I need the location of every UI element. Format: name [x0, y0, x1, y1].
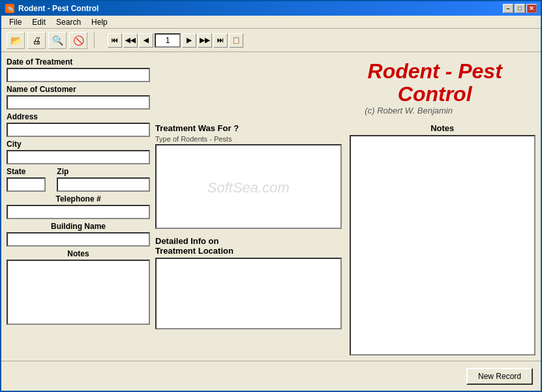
- building-name-input[interactable]: [7, 232, 150, 247]
- state-zip-row: State Zip: [7, 167, 150, 192]
- city-group: City: [7, 140, 150, 164]
- notes-column: Notes: [350, 123, 536, 355]
- nav-next-next-button[interactable]: ▶▶: [198, 33, 212, 48]
- date-of-treatment-group: Date of Treatment: [7, 57, 150, 82]
- main-window: 🐀 Rodent - Pest Control – □ ✕ File Edit …: [0, 0, 542, 392]
- address-label: Address: [7, 112, 150, 121]
- left-notes-label: Notes: [7, 249, 150, 258]
- telephone-label: Telephone #: [7, 194, 150, 204]
- menu-bar: File Edit Search Help: [1, 16, 541, 29]
- telephone-group: Telephone #: [7, 194, 150, 219]
- main-content: Date of Treatment Name of Customer Addre…: [1, 52, 541, 361]
- left-notes-group: Notes: [7, 249, 150, 325]
- menu-search[interactable]: Search: [51, 16, 86, 28]
- treatment-textarea-area: SoftSea.com: [155, 144, 342, 231]
- state-input[interactable]: [7, 177, 46, 192]
- name-of-customer-label: Name of Customer: [7, 85, 150, 94]
- stop-button[interactable]: 🚫: [69, 32, 87, 49]
- nav-prev-button[interactable]: ◀: [139, 33, 153, 48]
- bottom-bar: New Record: [1, 361, 541, 391]
- treatment-section: Treatment Was For ? Type of Rodents - Pe…: [155, 123, 342, 231]
- copyright-text: (c) Robert W. Benjamin: [282, 106, 535, 115]
- open-button[interactable]: 📂: [7, 32, 25, 49]
- detailed-info-textarea[interactable]: [155, 258, 342, 329]
- menu-edit[interactable]: Edit: [27, 16, 51, 28]
- left-panel: Date of Treatment Name of Customer Addre…: [7, 57, 150, 355]
- notes-textarea[interactable]: [350, 135, 536, 355]
- notes-section-label: Notes: [350, 123, 536, 133]
- detailed-info-section: Detailed Info on Treatment Location: [155, 236, 342, 331]
- new-record-button[interactable]: New Record: [466, 368, 533, 385]
- menu-file[interactable]: File: [4, 16, 27, 28]
- window-icon: 🐀: [5, 4, 14, 13]
- city-input[interactable]: [7, 150, 150, 164]
- treatment-section-label: Treatment Was For ?: [155, 123, 342, 133]
- title-bar: 🐀 Rodent - Pest Control – □ ✕: [1, 1, 541, 16]
- building-name-label: Building Name: [7, 222, 150, 231]
- address-input[interactable]: [7, 123, 150, 137]
- print-button[interactable]: 🖨: [27, 32, 46, 49]
- navigation-controls: ⏮ ◀◀ ◀ 1 ▶ ▶▶ ⏭ 📋: [108, 33, 243, 48]
- find-button[interactable]: 🔍: [48, 32, 67, 49]
- nav-prev-prev-button[interactable]: ◀◀: [123, 33, 138, 48]
- treatment-textarea[interactable]: [155, 144, 342, 229]
- address-group: Address: [7, 112, 150, 137]
- nav-last-button[interactable]: ⏭: [213, 33, 228, 48]
- zip-label: Zip: [57, 167, 150, 176]
- nav-extra-button[interactable]: 📋: [229, 33, 243, 48]
- nav-first-button[interactable]: ⏮: [108, 33, 122, 48]
- window-title: Rodent - Pest Control: [18, 4, 503, 13]
- zip-input[interactable]: [57, 177, 150, 192]
- date-of-treatment-label: Date of Treatment: [7, 57, 150, 67]
- close-button[interactable]: ✕: [526, 4, 537, 13]
- detailed-info-label: Detailed Info on Treatment Location: [155, 236, 342, 256]
- building-name-group: Building Name: [7, 222, 150, 247]
- state-group: State: [7, 167, 53, 192]
- telephone-input[interactable]: [7, 205, 150, 219]
- zip-group: Zip: [57, 167, 150, 192]
- window-controls: – □ ✕: [503, 4, 537, 13]
- date-of-treatment-input[interactable]: [7, 68, 150, 82]
- middle-section: Treatment Was For ? Type of Rodents - Pe…: [155, 123, 535, 355]
- state-label: State: [7, 167, 53, 176]
- header-area: Rodent - Pest Control (c) Robert W. Benj…: [155, 57, 535, 118]
- city-label: City: [7, 140, 150, 149]
- nav-page-display: 1: [155, 33, 181, 48]
- name-of-customer-group: Name of Customer: [7, 85, 150, 110]
- left-notes-input[interactable]: [7, 260, 150, 325]
- right-panel: Rodent - Pest Control (c) Robert W. Benj…: [155, 57, 535, 355]
- treatment-column: Treatment Was For ? Type of Rodents - Pe…: [155, 123, 342, 355]
- toolbar: 📂 🖨 🔍 🚫 ⏮ ◀◀ ◀ 1 ▶ ▶▶ ⏭ 📋: [1, 29, 541, 52]
- nav-next-button[interactable]: ▶: [182, 33, 196, 48]
- minimize-button[interactable]: –: [503, 4, 513, 13]
- menu-help[interactable]: Help: [86, 16, 113, 28]
- app-title: Rodent - Pest Control: [282, 60, 535, 106]
- maximize-button[interactable]: □: [515, 4, 525, 13]
- name-of-customer-input[interactable]: [7, 95, 150, 110]
- toolbar-separator: [94, 33, 95, 48]
- app-title-block: Rodent - Pest Control (c) Robert W. Benj…: [282, 60, 535, 115]
- treatment-sublabel: Type of Rodents - Pests: [155, 135, 342, 143]
